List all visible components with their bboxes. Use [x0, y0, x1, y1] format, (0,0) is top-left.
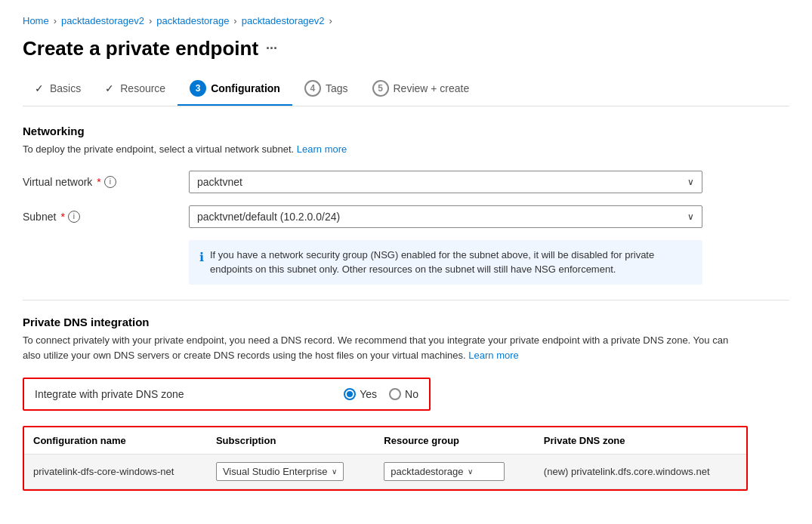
dns-table-row: privatelink-dfs-core-windows-net Visual … [24, 455, 746, 489]
integrate-dns-radio-group: Yes No [344, 388, 418, 400]
integrate-dns-label: Integrate with private DNS zone [35, 388, 329, 400]
step-circle-tags: 4 [304, 80, 321, 97]
private-dns-section: Private DNS integration To connect priva… [23, 316, 789, 492]
subscription-value: Visual Studio Enterprise [223, 466, 328, 477]
subnet-value: packtvnet/default (10.2.0.0/24) [197, 211, 340, 223]
dns-table: Configuration name Subscription Resource… [24, 427, 746, 489]
info-box-icon: ℹ [199, 248, 204, 277]
step-label-basics: Basics [50, 82, 81, 94]
step-check-basics: ✓ [35, 82, 44, 94]
page-title: Create a private endpoint [23, 37, 258, 60]
step-circle-configuration: 3 [190, 80, 206, 97]
ellipsis-menu[interactable]: ··· [266, 41, 277, 57]
resource-group-value: packtadestorage [391, 466, 463, 477]
dns-cell-private-zone: (new) privatelink.dfs.core.windows.net [535, 455, 746, 489]
subnet-required: * [60, 211, 64, 223]
subnet-dropdown-arrow: ∨ [687, 211, 694, 222]
virtual-network-dropdown-arrow: ∨ [687, 177, 694, 187]
nsg-info-box: ℹ If you have a network security group (… [189, 240, 702, 285]
dns-col-config-name: Configuration name [24, 427, 207, 455]
step-check-resource: ✓ [105, 82, 114, 94]
private-dns-title: Private DNS integration [23, 316, 789, 328]
private-dns-description: To connect privately with your private e… [23, 333, 748, 365]
breadcrumb: Home › packtadestoragev2 › packtadestora… [23, 15, 789, 26]
dns-table-wrapper: Configuration name Subscription Resource… [23, 426, 748, 491]
dns-cell-subscription: Visual Studio Enterprise ∨ [207, 455, 375, 489]
section-divider [23, 300, 789, 301]
radio-no-label: No [405, 388, 418, 400]
radio-yes-label: Yes [360, 388, 377, 400]
step-label-resource: Resource [120, 82, 165, 94]
radio-yes-circle [344, 388, 356, 400]
page-title-container: Create a private endpoint ··· [23, 37, 789, 60]
virtual-network-label: Virtual network * i [23, 176, 189, 188]
wizard-step-configuration[interactable]: 3 Configuration [178, 74, 292, 106]
radio-no-circle [389, 388, 401, 400]
virtual-network-info-icon[interactable]: i [104, 176, 116, 188]
networking-description: To deploy the private endpoint, select a… [23, 142, 789, 157]
wizard-steps: ✓ Basics ✓ Resource 3 Configuration 4 Ta… [23, 74, 789, 106]
virtual-network-required: * [97, 176, 100, 188]
dns-cell-config-name: privatelink-dfs-core-windows-net [24, 455, 207, 489]
subnet-row: Subnet * i packtvnet/default (10.2.0.0/2… [23, 205, 789, 228]
step-circle-review: 5 [372, 80, 389, 97]
subscription-dropdown-arrow: ∨ [332, 467, 337, 476]
nsg-info-text: If you have a network security group (NS… [210, 248, 692, 277]
dns-cell-resource-group: packtadestorage ∨ [375, 455, 535, 489]
resource-group-dropdown[interactable]: packtadestorage ∨ [384, 462, 505, 481]
subnet-info-icon[interactable]: i [68, 211, 80, 223]
dns-col-private-dns-zone: Private DNS zone [535, 427, 746, 455]
step-label-configuration: Configuration [211, 82, 280, 94]
breadcrumb-level1[interactable]: packtadestoragev2 [61, 15, 144, 26]
radio-option-yes[interactable]: Yes [344, 388, 377, 400]
step-label-review: Review + create [394, 82, 470, 94]
wizard-step-resource[interactable]: ✓ Resource [93, 76, 178, 103]
dns-col-subscription: Subscription [207, 427, 375, 455]
subnet-label: Subnet * i [23, 211, 189, 223]
wizard-step-basics[interactable]: ✓ Basics [23, 76, 93, 103]
virtual-network-value: packtvnet [197, 176, 242, 188]
breadcrumb-level3[interactable]: packtadestoragev2 [242, 15, 325, 26]
virtual-network-dropdown[interactable]: packtvnet ∨ [189, 171, 702, 193]
networking-title: Networking [23, 125, 789, 137]
radio-option-no[interactable]: No [389, 388, 418, 400]
subscription-dropdown[interactable]: Visual Studio Enterprise ∨ [216, 462, 344, 481]
resource-group-dropdown-arrow: ∨ [468, 467, 473, 476]
wizard-step-review[interactable]: 5 Review + create [360, 74, 482, 106]
virtual-network-row: Virtual network * i packtvnet ∨ [23, 171, 789, 193]
wizard-step-tags[interactable]: 4 Tags [292, 74, 360, 106]
private-dns-learn-more[interactable]: Learn more [468, 350, 518, 361]
networking-learn-more[interactable]: Learn more [297, 143, 347, 155]
breadcrumb-level2[interactable]: packtadestorage [156, 15, 229, 26]
integrate-dns-row: Integrate with private DNS zone Yes No [23, 378, 431, 411]
subnet-dropdown[interactable]: packtvnet/default (10.2.0.0/24) ∨ [189, 205, 702, 228]
step-label-tags: Tags [326, 82, 348, 94]
breadcrumb-home[interactable]: Home [23, 15, 49, 26]
networking-section: Networking To deploy the private endpoin… [23, 125, 789, 285]
dns-table-header-row: Configuration name Subscription Resource… [24, 427, 746, 455]
dns-col-resource-group: Resource group [375, 427, 535, 455]
